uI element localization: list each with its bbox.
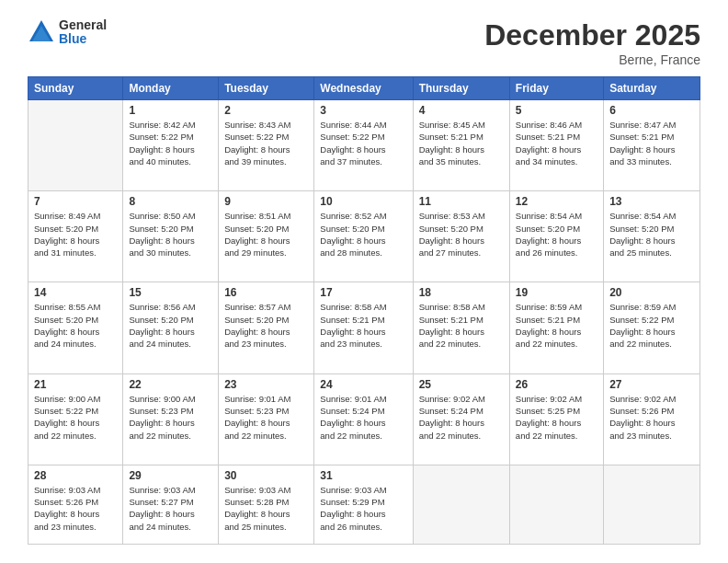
day-number: 28 xyxy=(34,469,117,482)
day-number: 2 xyxy=(224,104,308,117)
col-sunday: Sunday xyxy=(28,77,123,100)
table-row xyxy=(509,465,603,544)
day-info: Sunrise: 8:47 AM Sunset: 5:21 PM Dayligh… xyxy=(609,119,694,167)
day-info: Sunrise: 9:03 AM Sunset: 5:28 PM Dayligh… xyxy=(224,484,308,533)
day-info: Sunrise: 8:57 AM Sunset: 5:20 PM Dayligh… xyxy=(224,301,308,350)
day-info: Sunrise: 8:54 AM Sunset: 5:20 PM Dayligh… xyxy=(609,210,694,259)
day-info: Sunrise: 8:43 AM Sunset: 5:22 PM Dayligh… xyxy=(224,119,308,167)
day-info: Sunrise: 8:45 AM Sunset: 5:21 PM Dayligh… xyxy=(419,119,504,167)
day-number: 9 xyxy=(224,195,308,208)
col-monday: Monday xyxy=(123,77,219,100)
table-row: 20 Sunrise: 8:59 AM Sunset: 5:22 PM Dayl… xyxy=(604,282,700,373)
day-number: 13 xyxy=(609,195,694,208)
day-number: 19 xyxy=(516,286,597,299)
day-number: 1 xyxy=(129,104,212,117)
day-info: Sunrise: 9:03 AM Sunset: 5:27 PM Dayligh… xyxy=(129,484,212,533)
table-row: 17 Sunrise: 8:58 AM Sunset: 5:21 PM Dayl… xyxy=(314,282,413,373)
logo-icon xyxy=(28,18,55,46)
table-row: 7 Sunrise: 8:49 AM Sunset: 5:20 PM Dayli… xyxy=(28,191,123,282)
day-info: Sunrise: 9:01 AM Sunset: 5:24 PM Dayligh… xyxy=(320,393,406,442)
day-info: Sunrise: 8:58 AM Sunset: 5:21 PM Dayligh… xyxy=(419,301,504,350)
table-row: 6 Sunrise: 8:47 AM Sunset: 5:21 PM Dayli… xyxy=(604,100,700,191)
day-number: 31 xyxy=(320,469,406,482)
day-number: 29 xyxy=(129,469,212,482)
day-number: 7 xyxy=(34,195,117,208)
day-info: Sunrise: 9:02 AM Sunset: 5:26 PM Dayligh… xyxy=(609,393,694,442)
day-number: 10 xyxy=(320,195,406,208)
title-block: December 2025 Berne, France xyxy=(484,18,700,67)
day-number: 20 xyxy=(609,286,694,299)
day-info: Sunrise: 8:52 AM Sunset: 5:20 PM Dayligh… xyxy=(320,210,406,259)
table-row: 8 Sunrise: 8:50 AM Sunset: 5:20 PM Dayli… xyxy=(123,191,219,282)
table-row: 13 Sunrise: 8:54 AM Sunset: 5:20 PM Dayl… xyxy=(604,191,700,282)
table-row: 18 Sunrise: 8:58 AM Sunset: 5:21 PM Dayl… xyxy=(413,282,509,373)
col-friday: Friday xyxy=(509,77,603,100)
day-number: 8 xyxy=(129,195,212,208)
table-row xyxy=(413,465,509,544)
table-row xyxy=(28,100,123,191)
day-info: Sunrise: 8:55 AM Sunset: 5:20 PM Dayligh… xyxy=(34,301,117,350)
col-thursday: Thursday xyxy=(413,77,509,100)
table-row xyxy=(604,465,700,544)
table-row: 11 Sunrise: 8:53 AM Sunset: 5:20 PM Dayl… xyxy=(413,191,509,282)
table-row: 3 Sunrise: 8:44 AM Sunset: 5:22 PM Dayli… xyxy=(314,100,413,191)
day-info: Sunrise: 9:00 AM Sunset: 5:22 PM Dayligh… xyxy=(34,393,117,442)
day-number: 16 xyxy=(224,286,308,299)
day-number: 27 xyxy=(609,378,694,391)
day-info: Sunrise: 9:00 AM Sunset: 5:23 PM Dayligh… xyxy=(129,393,212,442)
table-row: 9 Sunrise: 8:51 AM Sunset: 5:20 PM Dayli… xyxy=(219,191,314,282)
day-number: 23 xyxy=(224,378,308,391)
day-info: Sunrise: 8:58 AM Sunset: 5:21 PM Dayligh… xyxy=(320,301,406,350)
col-saturday: Saturday xyxy=(604,77,700,100)
logo: General Blue xyxy=(28,18,107,47)
table-row: 23 Sunrise: 9:01 AM Sunset: 5:23 PM Dayl… xyxy=(219,373,314,465)
day-info: Sunrise: 8:56 AM Sunset: 5:20 PM Dayligh… xyxy=(129,301,212,350)
day-info: Sunrise: 9:02 AM Sunset: 5:25 PM Dayligh… xyxy=(516,393,597,442)
day-info: Sunrise: 8:46 AM Sunset: 5:21 PM Dayligh… xyxy=(516,119,597,167)
day-number: 14 xyxy=(34,286,117,299)
day-info: Sunrise: 8:44 AM Sunset: 5:22 PM Dayligh… xyxy=(320,119,406,167)
calendar: Sunday Monday Tuesday Wednesday Thursday… xyxy=(28,76,700,545)
day-info: Sunrise: 8:59 AM Sunset: 5:22 PM Dayligh… xyxy=(609,301,694,350)
logo-general: General xyxy=(59,17,107,32)
table-row: 28 Sunrise: 9:03 AM Sunset: 5:26 PM Dayl… xyxy=(28,465,123,544)
table-row: 22 Sunrise: 9:00 AM Sunset: 5:23 PM Dayl… xyxy=(123,373,219,465)
header: General Blue December 2025 Berne, France xyxy=(28,18,700,67)
month-title: December 2025 xyxy=(484,18,700,52)
header-row: Sunday Monday Tuesday Wednesday Thursday… xyxy=(28,77,700,100)
day-info: Sunrise: 9:03 AM Sunset: 5:29 PM Dayligh… xyxy=(320,484,406,533)
day-number: 17 xyxy=(320,286,406,299)
table-row: 27 Sunrise: 9:02 AM Sunset: 5:26 PM Dayl… xyxy=(604,373,700,465)
logo-blue: Blue xyxy=(59,31,86,46)
calendar-body: 1 Sunrise: 8:42 AM Sunset: 5:22 PM Dayli… xyxy=(28,100,700,545)
day-info: Sunrise: 9:01 AM Sunset: 5:23 PM Dayligh… xyxy=(224,393,308,442)
page: General Blue December 2025 Berne, France… xyxy=(0,0,728,563)
col-wednesday: Wednesday xyxy=(314,77,413,100)
day-info: Sunrise: 8:51 AM Sunset: 5:20 PM Dayligh… xyxy=(224,210,308,259)
day-info: Sunrise: 8:59 AM Sunset: 5:21 PM Dayligh… xyxy=(516,301,597,350)
day-number: 22 xyxy=(129,378,212,391)
col-tuesday: Tuesday xyxy=(219,77,314,100)
table-row: 4 Sunrise: 8:45 AM Sunset: 5:21 PM Dayli… xyxy=(413,100,509,191)
table-row: 1 Sunrise: 8:42 AM Sunset: 5:22 PM Dayli… xyxy=(123,100,219,191)
day-number: 12 xyxy=(516,195,597,208)
day-number: 26 xyxy=(516,378,597,391)
day-number: 25 xyxy=(419,378,504,391)
day-info: Sunrise: 8:49 AM Sunset: 5:20 PM Dayligh… xyxy=(34,210,117,259)
table-row: 10 Sunrise: 8:52 AM Sunset: 5:20 PM Dayl… xyxy=(314,191,413,282)
table-row: 26 Sunrise: 9:02 AM Sunset: 5:25 PM Dayl… xyxy=(509,373,603,465)
table-row: 15 Sunrise: 8:56 AM Sunset: 5:20 PM Dayl… xyxy=(123,282,219,373)
table-row: 29 Sunrise: 9:03 AM Sunset: 5:27 PM Dayl… xyxy=(123,465,219,544)
table-row: 14 Sunrise: 8:55 AM Sunset: 5:20 PM Dayl… xyxy=(28,282,123,373)
table-row: 30 Sunrise: 9:03 AM Sunset: 5:28 PM Dayl… xyxy=(219,465,314,544)
logo-text: General Blue xyxy=(59,18,107,47)
day-info: Sunrise: 8:50 AM Sunset: 5:20 PM Dayligh… xyxy=(129,210,212,259)
day-info: Sunrise: 9:02 AM Sunset: 5:24 PM Dayligh… xyxy=(419,393,504,442)
table-row: 2 Sunrise: 8:43 AM Sunset: 5:22 PM Dayli… xyxy=(219,100,314,191)
table-row: 21 Sunrise: 9:00 AM Sunset: 5:22 PM Dayl… xyxy=(28,373,123,465)
day-info: Sunrise: 9:03 AM Sunset: 5:26 PM Dayligh… xyxy=(34,484,117,533)
day-number: 5 xyxy=(516,104,597,117)
location: Berne, France xyxy=(484,52,700,67)
day-number: 4 xyxy=(419,104,504,117)
day-number: 11 xyxy=(419,195,504,208)
